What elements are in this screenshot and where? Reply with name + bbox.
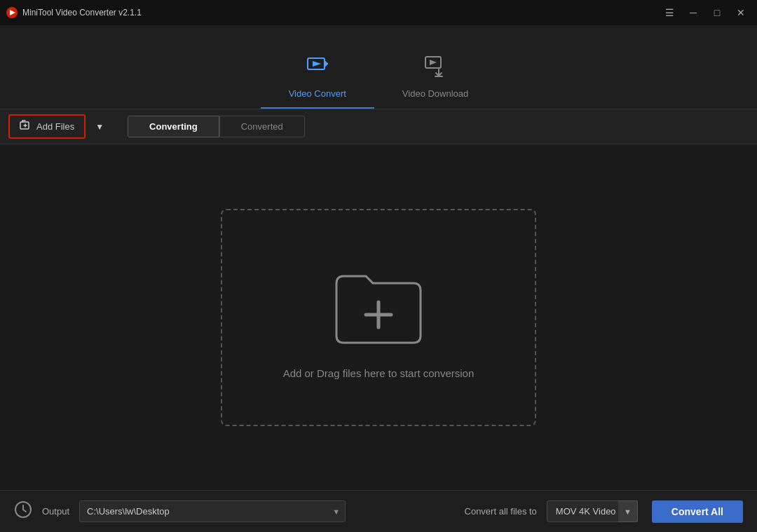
nav-bar: Video Convert Video Download [0, 25, 757, 109]
format-selector-container: MOV 4K Video ▼ [547, 500, 638, 522]
tab-video-download[interactable]: Video Download [374, 46, 496, 109]
app-logo-icon [6, 6, 18, 19]
chevron-down-icon: ▼ [95, 122, 104, 132]
converted-tab[interactable]: Converted [219, 116, 305, 137]
add-files-dropdown-button[interactable]: ▼ [91, 118, 108, 136]
minimize-button[interactable]: ─ [683, 3, 704, 22]
clock-icon[interactable] [14, 500, 32, 523]
video-download-icon [423, 54, 447, 83]
tab-switcher: Converting Converted [128, 116, 305, 137]
output-path-container: ▼ [79, 500, 346, 522]
converting-tab[interactable]: Converting [128, 116, 219, 137]
tab-video-convert-label: Video Convert [289, 88, 346, 99]
tab-video-download-label: Video Download [402, 88, 468, 99]
format-dropdown-icon[interactable]: ▼ [618, 500, 638, 522]
add-files-icon [20, 120, 31, 133]
folder-add-icon [329, 255, 428, 353]
main-content: Add or Drag files here to start conversi… [0, 144, 757, 490]
drop-zone[interactable]: Add or Drag files here to start conversi… [221, 209, 536, 426]
toolbar: Add Files ▼ Converting Converted [0, 109, 757, 144]
add-files-button[interactable]: Add Files [8, 114, 86, 139]
convert-all-button[interactable]: Convert All [652, 500, 743, 523]
window-controls: ☰ ─ □ ✕ [659, 3, 751, 22]
output-path-input[interactable] [79, 500, 346, 522]
output-label: Output [42, 506, 69, 517]
footer: Output ▼ Convert all files to MOV 4K Vid… [0, 490, 757, 532]
video-convert-icon [306, 54, 329, 83]
tab-video-convert[interactable]: Video Convert [261, 46, 374, 109]
app-title: MiniTool Video Converter v2.1.1 [22, 8, 142, 18]
svg-marker-3 [313, 61, 321, 67]
maximize-button[interactable]: □ [707, 3, 728, 22]
svg-marker-5 [430, 60, 437, 65]
title-bar: MiniTool Video Converter v2.1.1 ☰ ─ □ ✕ [0, 0, 757, 25]
close-button[interactable]: ✕ [730, 3, 751, 22]
convert-all-label: Convert all files to [465, 506, 537, 517]
menu-button[interactable]: ☰ [659, 3, 680, 22]
title-left: MiniTool Video Converter v2.1.1 [6, 6, 142, 19]
drop-zone-hint: Add or Drag files here to start conversi… [283, 367, 475, 379]
add-files-label: Add Files [36, 121, 74, 132]
